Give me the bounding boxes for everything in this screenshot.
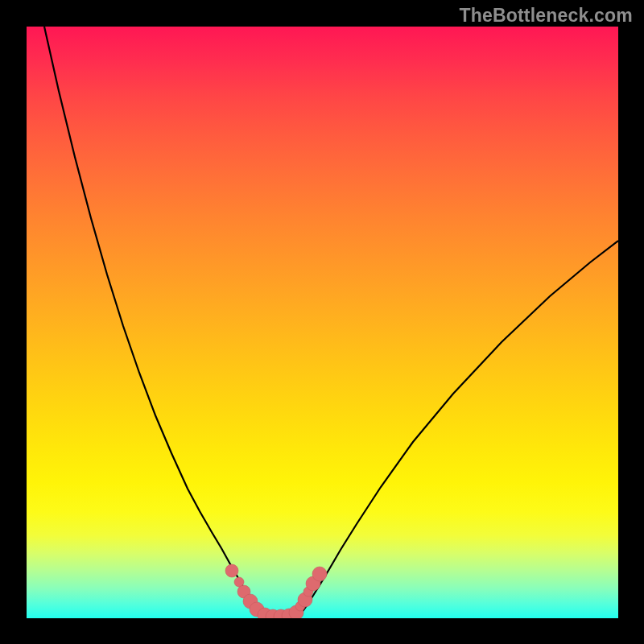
marker-group xyxy=(225,564,327,618)
curve-path xyxy=(44,27,618,618)
chart-frame: TheBottleneck.com xyxy=(0,0,644,644)
data-marker xyxy=(225,564,238,577)
plot-area xyxy=(27,27,618,618)
bottleneck-curve xyxy=(27,27,618,618)
watermark-text: TheBottleneck.com xyxy=(459,5,633,27)
data-marker xyxy=(312,567,327,581)
